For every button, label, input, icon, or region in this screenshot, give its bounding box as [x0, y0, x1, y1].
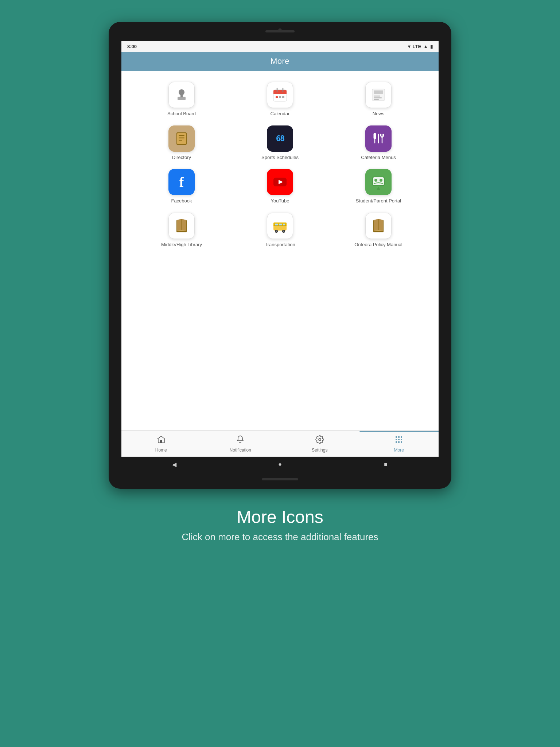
settings-icon [315, 435, 324, 446]
home-icon [157, 435, 166, 446]
calendar-label: Calendar [271, 111, 290, 117]
nav-more[interactable]: More [359, 431, 439, 457]
transportation-icon-box [267, 213, 293, 239]
svg-rect-63 [398, 441, 400, 443]
directory-icon [174, 131, 189, 146]
svg-rect-21 [179, 140, 182, 141]
facebook-icon: f [179, 174, 184, 190]
clock: 8:00 [127, 44, 137, 49]
svg-rect-2 [180, 94, 183, 97]
settings-nav-label: Settings [312, 448, 327, 453]
transportation-item[interactable]: Transportation [231, 213, 329, 248]
icon-grid: School Board [132, 78, 428, 251]
notification-nav-label: Notification [230, 448, 251, 453]
policy-label: Onteora Policy Manual [354, 242, 402, 248]
youtube-label: YouTube [271, 198, 289, 204]
cafeteria-icon [371, 131, 386, 146]
svg-rect-64 [401, 441, 402, 443]
tablet-bottom-bar [109, 472, 451, 487]
recents-button[interactable]: ■ [382, 460, 390, 468]
school-board-label: School Board [167, 111, 196, 117]
svg-rect-57 [398, 436, 400, 438]
svg-rect-13 [374, 96, 380, 97]
portal-icon-box [365, 169, 392, 195]
calendar-item[interactable]: Calendar [231, 82, 329, 117]
svg-rect-56 [396, 436, 397, 438]
library-item[interactable]: Middle/High Library [132, 213, 231, 248]
directory-item[interactable]: Directory [132, 125, 231, 160]
nav-notification[interactable]: Notification [201, 431, 280, 457]
svg-rect-54 [160, 440, 162, 443]
library-icon-box [168, 213, 195, 239]
facebook-label: Facebook [171, 198, 192, 204]
news-icon-box [365, 82, 392, 108]
cafeteria-menus-item[interactable]: Cafeteria Menus [329, 125, 428, 160]
svg-rect-49 [286, 225, 287, 226]
school-board-icon [174, 87, 189, 102]
camera [278, 28, 282, 32]
svg-rect-19 [179, 137, 184, 138]
youtube-icon [272, 174, 288, 190]
nav-home[interactable]: Home [121, 431, 201, 457]
svg-point-32 [380, 179, 382, 182]
policy-icon-box [365, 213, 392, 239]
svg-point-0 [179, 89, 184, 95]
content-area: School Board [121, 71, 439, 430]
svg-rect-9 [279, 96, 281, 98]
bottom-subtitle: Click on more to access the additional f… [182, 531, 378, 543]
back-button[interactable]: ◀ [170, 460, 178, 468]
svg-rect-40 [275, 224, 278, 225]
sports-schedules-label: Sports Schedules [261, 155, 299, 160]
svg-marker-33 [377, 187, 380, 190]
facebook-item[interactable]: f Facebook [132, 169, 231, 204]
svg-rect-48 [273, 225, 274, 226]
calendar-icon [272, 87, 288, 103]
student-parent-portal-item[interactable]: Student/Parent Portal [329, 169, 428, 204]
bottom-nav: Home Notification Sett [121, 430, 439, 457]
svg-point-47 [283, 231, 284, 232]
news-item[interactable]: News [329, 82, 428, 117]
status-icons: ▾ LTE ▲ ▮ [408, 44, 433, 49]
svg-rect-12 [374, 90, 383, 94]
svg-rect-42 [283, 224, 285, 225]
bottom-title: More Icons [182, 507, 378, 527]
youtube-item[interactable]: YouTube [231, 169, 329, 204]
svg-rect-30 [373, 177, 384, 185]
svg-rect-62 [396, 441, 397, 443]
school-board-item[interactable]: School Board [132, 82, 231, 117]
library-icon [174, 218, 190, 234]
svg-rect-20 [179, 139, 184, 139]
svg-rect-15 [374, 99, 379, 100]
svg-rect-58 [401, 436, 402, 438]
home-button[interactable]: ● [276, 460, 284, 468]
svg-rect-43 [273, 225, 287, 226]
svg-rect-61 [401, 439, 402, 440]
svg-rect-5 [273, 93, 287, 94]
cafeteria-label: Cafeteria Menus [361, 155, 396, 160]
nav-settings[interactable]: Settings [280, 431, 359, 457]
sports-schedules-item[interactable]: 68 Sports Schedules [231, 125, 329, 160]
portal-icon [371, 174, 386, 190]
youtube-icon-box [267, 169, 293, 195]
news-icon [370, 87, 386, 103]
status-bar: 8:00 ▾ LTE ▲ ▮ [121, 41, 439, 52]
signal-icon: ▲ [423, 44, 428, 49]
calendar-icon-box [267, 82, 293, 108]
policy-manual-item[interactable]: Onteora Policy Manual [329, 213, 428, 248]
notification-icon [236, 435, 245, 446]
charging-port [262, 478, 298, 480]
svg-rect-60 [398, 439, 400, 440]
lte-label: LTE [413, 44, 421, 49]
svg-rect-18 [179, 135, 184, 136]
directory-label: Directory [172, 155, 191, 160]
wifi-icon: ▾ [408, 44, 411, 49]
svg-point-45 [276, 231, 277, 232]
directory-icon-box [168, 125, 195, 152]
battery-icon: ▮ [430, 44, 433, 49]
bottom-section: More Icons Click on more to access the a… [182, 507, 378, 543]
page-title: More [271, 57, 289, 66]
facebook-icon-box: f [168, 169, 195, 195]
school-board-icon-box [168, 82, 195, 108]
tablet-top-bar [109, 22, 451, 41]
svg-rect-8 [276, 96, 278, 98]
